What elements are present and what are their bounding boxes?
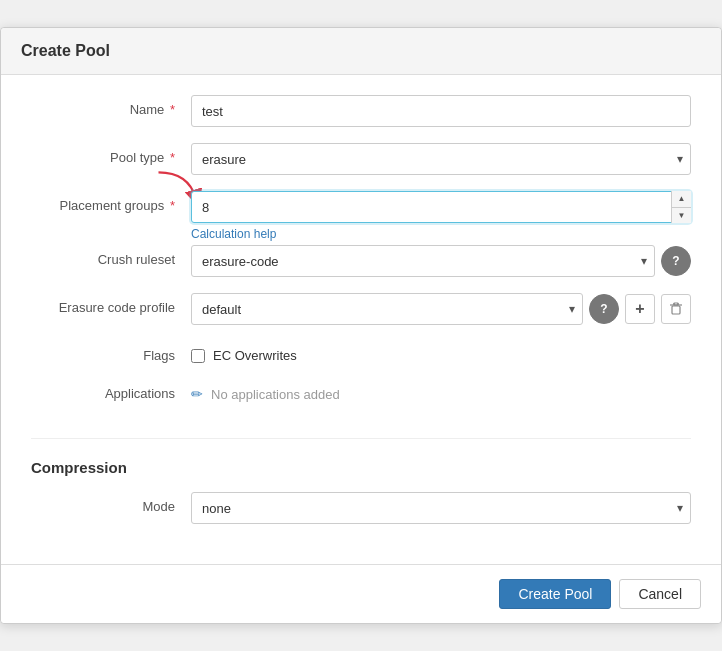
crush-ruleset-select-wrapper: erasure-code default [191, 245, 655, 277]
placement-groups-wrapper: ▲ ▼ Calculation help [191, 191, 691, 241]
name-input[interactable] [191, 95, 691, 127]
pool-type-select[interactable]: erasure replicated [191, 143, 691, 175]
calculation-help-link[interactable]: Calculation help [191, 227, 691, 241]
erasure-code-profile-select-wrapper: default [191, 293, 583, 325]
compression-mode-label: Mode [31, 492, 191, 514]
modal-title: Create Pool [21, 42, 701, 60]
modal-footer: Create Pool Cancel [1, 564, 721, 623]
compression-section-title: Compression [31, 459, 691, 476]
name-row: Name * [31, 95, 691, 127]
ec-overwrites-label: EC Overwrites [213, 348, 297, 363]
main-form-section: Name * Pool type * erasure replicated [31, 95, 691, 439]
placement-groups-decrement[interactable]: ▼ [672, 208, 691, 224]
flags-row: Flags EC Overwrites [31, 341, 691, 363]
compression-section: Compression Mode none aggressive passive… [31, 459, 691, 524]
name-required-star: * [170, 102, 175, 117]
svg-rect-6 [674, 303, 678, 305]
trash-icon [669, 302, 683, 316]
compression-mode-select-wrapper: none aggressive passive force [191, 492, 691, 524]
pool-type-select-wrapper: erasure replicated [191, 143, 691, 175]
applications-edit-icon[interactable]: ✏ [191, 386, 203, 402]
applications-label: Applications [31, 379, 191, 401]
placement-groups-number-wrapper: ▲ ▼ [191, 191, 691, 223]
placement-groups-row: Placement groups * [31, 191, 691, 241]
crush-ruleset-select[interactable]: erasure-code default [191, 245, 655, 277]
flags-checkbox-wrapper: EC Overwrites [191, 341, 297, 363]
name-label: Name * [31, 95, 191, 117]
placement-groups-input[interactable] [191, 191, 691, 223]
crush-ruleset-help-button[interactable]: ? [661, 246, 691, 276]
crush-ruleset-label: Crush ruleset [31, 245, 191, 267]
pool-type-row: Pool type * erasure replicated [31, 143, 691, 175]
cancel-button[interactable]: Cancel [619, 579, 701, 609]
modal-header: Create Pool [1, 28, 721, 75]
applications-wrapper: ✏ No applications added [191, 379, 340, 402]
erasure-code-profile-add-button[interactable]: + [625, 294, 655, 324]
erasure-code-profile-controls: default ? + [191, 293, 691, 325]
ec-overwrites-checkbox[interactable] [191, 349, 205, 363]
erasure-code-profile-help-button[interactable]: ? [589, 294, 619, 324]
compression-mode-row: Mode none aggressive passive force [31, 492, 691, 524]
erasure-code-profile-delete-button[interactable] [661, 294, 691, 324]
applications-row: Applications ✏ No applications added [31, 379, 691, 402]
modal-body: Name * Pool type * erasure replicated [1, 75, 721, 564]
create-pool-button[interactable]: Create Pool [499, 579, 611, 609]
crush-ruleset-row: Crush ruleset erasure-code default ? [31, 245, 691, 277]
svg-rect-1 [672, 306, 680, 314]
erasure-code-profile-select[interactable]: default [191, 293, 583, 325]
placement-groups-spinners: ▲ ▼ [671, 191, 691, 223]
flags-label: Flags [31, 341, 191, 363]
erasure-code-profile-label: Erasure code profile [31, 293, 191, 315]
create-pool-modal: Create Pool Name * Pool type * [0, 27, 722, 624]
erasure-code-profile-row: Erasure code profile default ? + [31, 293, 691, 325]
placement-groups-increment[interactable]: ▲ [672, 191, 691, 208]
compression-mode-select[interactable]: none aggressive passive force [191, 492, 691, 524]
crush-ruleset-controls: erasure-code default ? [191, 245, 691, 277]
no-applications-text: No applications added [211, 387, 340, 402]
